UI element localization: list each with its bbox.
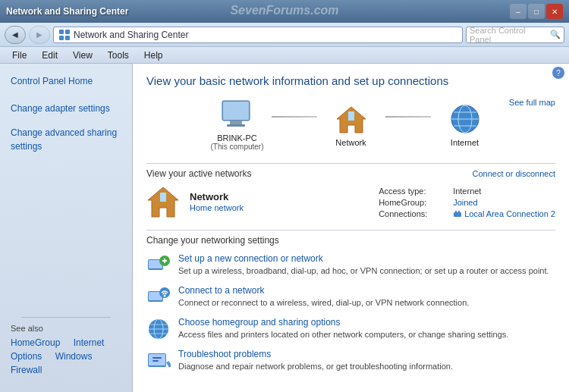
active-networks-header: View your active networks Connect or dis… <box>146 163 555 179</box>
sidebar-change-adapter[interactable]: Change adapter settings <box>0 99 132 118</box>
svg-rect-0 <box>59 30 64 34</box>
computer-node: BRINK-PC (This computer) <box>203 98 272 151</box>
window-controls: – □ ✕ <box>510 4 563 19</box>
menu-help[interactable]: Help <box>138 49 169 62</box>
content-area: ? View your basic network information an… <box>133 64 569 392</box>
network-label: Network <box>335 138 366 147</box>
maximize-button[interactable]: □ <box>528 4 545 19</box>
svg-rect-6 <box>230 121 242 124</box>
forward-button[interactable]: ▶ <box>29 26 50 44</box>
svg-rect-16 <box>160 193 166 202</box>
address-bar: ◀ ▶ Network and Sharing Center Search Co… <box>0 23 569 47</box>
sidebar-divider <box>21 317 111 318</box>
svg-rect-37 <box>152 360 159 362</box>
search-placeholder: Search Control Panel <box>470 26 547 44</box>
new-connection-link[interactable]: Set up a new connection or network <box>178 253 549 264</box>
setting-content-0: Set up a new connection or network Set u… <box>178 253 549 277</box>
setting-item-0: Set up a new connection or network Set u… <box>146 253 555 278</box>
svg-rect-36 <box>152 357 162 359</box>
minimize-button[interactable]: – <box>510 4 527 19</box>
menu-edit[interactable]: Edit <box>36 49 64 62</box>
svg-rect-18 <box>455 211 457 213</box>
homegroup-sharing-desc: Access files and printers located on oth… <box>178 330 508 339</box>
breadcrumb[interactable]: Network and Sharing Center <box>53 27 463 43</box>
internet-icon <box>446 102 484 136</box>
network-info: Network Home network <box>190 191 244 213</box>
new-connection-desc: Set up a wireless, broadband, dial-up, a… <box>178 266 549 275</box>
svg-rect-35 <box>149 354 165 365</box>
setting-item-3: Troubleshoot problems Diagnose and repai… <box>146 349 555 373</box>
page-title: View your basic network information and … <box>146 74 555 87</box>
troubleshoot-link[interactable]: Troubleshoot problems <box>178 349 453 359</box>
internet-label: Internet <box>451 138 479 147</box>
title-bar: Network and Sharing Center SevenForums.c… <box>0 0 569 23</box>
svg-point-28 <box>164 295 166 297</box>
computer-icon <box>218 98 256 132</box>
homegroup-icon <box>146 317 171 341</box>
menu-view[interactable]: View <box>67 49 99 62</box>
troubleshoot-desc: Diagnose and repair network problems, or… <box>178 362 453 371</box>
svg-rect-2 <box>59 36 64 40</box>
window-title: Network and Sharing Center <box>6 6 510 17</box>
homegroup-value[interactable]: Joined <box>453 198 477 207</box>
setting-content-3: Troubleshoot problems Diagnose and repai… <box>178 349 453 372</box>
network-diagram: See full map BRINK-PC (This computer) <box>146 98 555 151</box>
connect-network-link[interactable]: Connect to a network <box>178 285 469 296</box>
line-2 <box>385 116 431 118</box>
homegroup-sharing-link[interactable]: Choose homegroup and sharing options <box>178 317 508 328</box>
connect-network-desc: Connect or reconnect to a wireless, wire… <box>178 298 469 307</box>
back-button[interactable]: ◀ <box>5 26 26 44</box>
active-networks-title: View your active networks <box>146 168 252 179</box>
network-name: Network <box>190 191 244 202</box>
breadcrumb-icon <box>58 29 71 41</box>
setting-item-1: Connect to a network Connect or reconnec… <box>146 285 555 309</box>
svg-rect-17 <box>454 212 461 217</box>
connections-row: Connections: Local Area Connection 2 <box>379 209 555 218</box>
menu-bar: File Edit View Tools Help <box>0 47 569 64</box>
connect-disconnect-link[interactable]: Connect or disconnect <box>473 169 555 178</box>
breadcrumb-text: Network and Sharing Center <box>74 30 188 40</box>
help-button[interactable]: ? <box>552 67 564 79</box>
main-layout: Control Panel Home Change adapter settin… <box>0 64 569 392</box>
internet-node: Internet <box>431 102 499 147</box>
connection-icon <box>453 209 462 218</box>
menu-tools[interactable]: Tools <box>102 49 135 62</box>
home-network-link[interactable]: Home network <box>190 203 244 212</box>
search-icon: 🔍 <box>550 30 561 39</box>
homegroup-label: HomeGroup: <box>379 198 447 207</box>
homegroup-row: HomeGroup: Joined <box>379 198 555 207</box>
see-full-map-link[interactable]: See full map <box>509 98 555 107</box>
network-details: Access type: Internet HomeGroup: Joined … <box>379 187 555 218</box>
svg-rect-9 <box>348 111 354 121</box>
setting-item-2: Choose homegroup and sharing options Acc… <box>146 317 555 341</box>
network-node: Network <box>317 102 385 147</box>
svg-rect-38 <box>166 361 171 368</box>
connect-network-icon <box>146 285 171 309</box>
menu-file[interactable]: File <box>6 49 33 62</box>
connections-label: Connections: <box>379 209 447 218</box>
troubleshoot-icon <box>146 349 171 373</box>
svg-rect-5 <box>223 102 249 120</box>
svg-rect-7 <box>227 124 245 127</box>
svg-rect-1 <box>65 30 70 34</box>
computer-label: BRINK-PC <box>217 133 257 143</box>
see-also-title: See also <box>11 324 121 333</box>
access-type-row: Access type: Internet <box>379 187 555 196</box>
new-connection-icon <box>146 253 171 278</box>
svg-marker-15 <box>148 187 178 217</box>
close-button[interactable]: ✕ <box>546 4 563 19</box>
computer-sublabel: (This computer) <box>210 143 263 151</box>
sidebar-change-advanced[interactable]: Change advanced sharing settings <box>0 123 132 156</box>
svg-rect-3 <box>65 36 70 40</box>
sidebar: Control Panel Home Change adapter settin… <box>0 64 133 392</box>
setting-content-1: Connect to a network Connect or reconnec… <box>178 285 469 309</box>
setting-content-2: Choose homegroup and sharing options Acc… <box>178 317 508 340</box>
search-box[interactable]: Search Control Panel 🔍 <box>466 27 564 43</box>
access-type-value: Internet <box>453 187 481 196</box>
active-network-row: Network Home network Access type: Intern… <box>146 185 555 219</box>
home-network-icon <box>146 185 181 219</box>
svg-rect-19 <box>458 211 460 213</box>
connections-value[interactable]: Local Area Connection 2 <box>453 209 555 218</box>
sidebar-control-panel-home[interactable]: Control Panel Home <box>0 71 132 91</box>
see-also-section: See also HomeGroup Internet Options Wind… <box>0 303 132 384</box>
